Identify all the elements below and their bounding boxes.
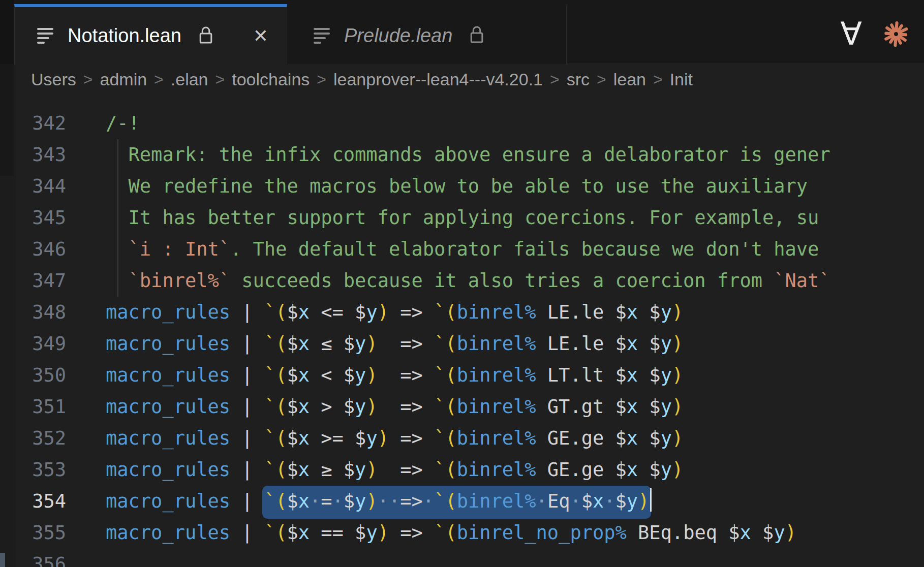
code-line-354[interactable]: 354macro_rules | `($x·=·$y)··=>·`(binrel…: [14, 486, 924, 517]
code-line-355[interactable]: 355macro_rules | `($x == $y) => `(binrel…: [14, 517, 924, 549]
code-line-content: We redefine the macros below to be able …: [106, 171, 819, 202]
token: y: [661, 396, 672, 418]
code-line-content: `i : Int`. The default elaborator fails …: [106, 234, 819, 265]
code-line-353[interactable]: 353macro_rules | `($x ≥ $y) => `(binrel%…: [14, 454, 924, 486]
line-number[interactable]: 354: [14, 486, 66, 517]
tab-strip: Notation.lean ✕ Prelude.lean ∀: [14, 0, 924, 64]
code-line-content: macro_rules | `($x == $y) => `(binrel_no…: [106, 517, 796, 549]
line-number[interactable]: 345: [14, 202, 66, 234]
token: $: [355, 427, 366, 449]
token: ≤: [310, 333, 344, 355]
token: macro_rules: [106, 490, 230, 512]
line-number[interactable]: 352: [14, 423, 66, 454]
code-line-347[interactable]: 347 `binrel%` succeeds because it also t…: [14, 265, 924, 297]
token: LE.le: [536, 333, 615, 355]
token: x: [627, 396, 638, 418]
token: y: [355, 333, 366, 355]
token: macro_rules: [106, 333, 230, 355]
line-number[interactable]: 347: [14, 265, 66, 297]
token: It has better support for applying coerc…: [106, 207, 819, 229]
code-line-345[interactable]: 345 It has better support for applying c…: [14, 202, 924, 234]
close-icon[interactable]: ✕: [253, 27, 268, 45]
line-number[interactable]: 356: [14, 549, 66, 567]
code-line-344[interactable]: 344 We redefine the macros below to be a…: [14, 171, 924, 202]
token: ·: [423, 490, 434, 512]
code-line-343[interactable]: 343 Remark: the infix commands above ens…: [14, 139, 924, 171]
breadcrumb-item[interactable]: Users: [31, 70, 76, 89]
breadcrumb-item[interactable]: Init: [670, 70, 693, 89]
token: `(: [264, 396, 287, 418]
text-cursor: [650, 488, 652, 512]
line-number[interactable]: 344: [14, 171, 66, 202]
token: x: [298, 396, 310, 418]
breadcrumb-item[interactable]: leanprover--lean4---v4.20.1: [333, 70, 543, 89]
code-line-356[interactable]: 356: [14, 549, 924, 567]
token: ·: [310, 490, 321, 512]
tab-notation-lean[interactable]: Notation.lean ✕: [14, 4, 287, 65]
chevron-right-icon: >: [317, 70, 326, 89]
token: ): [785, 522, 796, 544]
token: GE.ge: [536, 427, 615, 449]
token: ·: [570, 490, 581, 512]
token: `(: [434, 522, 457, 544]
code-line-content: /-!: [106, 108, 140, 139]
token: x: [298, 364, 310, 386]
token: `(: [434, 333, 457, 355]
token: |: [230, 459, 264, 481]
tab-prelude-lean[interactable]: Prelude.lean: [287, 4, 567, 64]
code-line-content: macro_rules | `($x > $y) => `(binrel% GT…: [106, 391, 683, 423]
token: `(: [264, 490, 287, 512]
line-number[interactable]: 343: [14, 139, 66, 171]
breadcrumb-item[interactable]: lean: [613, 70, 646, 89]
code-line-content: macro_rules | `($x ≤ $y) => `(binrel% LE…: [106, 328, 683, 360]
code-line-351[interactable]: 351macro_rules | `($x > $y) => `(binrel%…: [14, 391, 924, 423]
breadcrumb-item[interactable]: src: [567, 70, 590, 89]
token: ≥: [310, 459, 344, 481]
token: $: [344, 333, 355, 355]
token: `i : Int`: [129, 238, 230, 260]
line-number[interactable]: 355: [14, 517, 66, 549]
code-line-346[interactable]: 346 `i : Int`. The default elaborator fa…: [14, 234, 924, 265]
token: =>: [389, 522, 434, 544]
forall-icon[interactable]: ∀: [841, 18, 862, 50]
line-number[interactable]: 353: [14, 454, 66, 486]
code-lines: 342/-!343 Remark: the infix commands abo…: [14, 94, 924, 567]
breadcrumb-item[interactable]: admin: [100, 70, 147, 89]
lock-icon: [468, 24, 486, 47]
token: >=: [310, 427, 355, 449]
line-number[interactable]: 349: [14, 328, 66, 360]
line-number[interactable]: 350: [14, 360, 66, 391]
code-line-348[interactable]: 348macro_rules | `($x <= $y) => `(binrel…: [14, 297, 924, 328]
token: y: [366, 427, 377, 449]
code-editor[interactable]: 342/-!343 Remark: the infix commands abo…: [14, 94, 924, 567]
token: |: [230, 490, 264, 512]
token: binrel%: [457, 396, 536, 418]
token: y: [366, 522, 377, 544]
token: y: [355, 364, 366, 386]
token: $: [355, 301, 366, 323]
token: [638, 427, 649, 449]
line-number[interactable]: 348: [14, 297, 66, 328]
token: binrel_no_prop%: [457, 522, 627, 544]
line-number[interactable]: 342: [14, 108, 66, 139]
line-number[interactable]: 351: [14, 391, 66, 423]
code-line-350[interactable]: 350macro_rules | `($x < $y) => `(binrel%…: [14, 360, 924, 391]
token: y: [661, 301, 672, 323]
token: $: [287, 396, 298, 418]
chevron-right-icon: >: [550, 70, 560, 89]
token: `(: [434, 459, 457, 481]
breadcrumb-item[interactable]: toolchains: [232, 70, 310, 89]
code-line-349[interactable]: 349macro_rules | `($x ≤ $y) => `(binrel%…: [14, 328, 924, 360]
starburst-icon[interactable]: [881, 19, 911, 49]
token: $: [287, 333, 298, 355]
token: [638, 364, 649, 386]
code-line-content: macro_rules | `($x >= $y) => `(binrel% G…: [106, 423, 683, 454]
code-line-342[interactable]: 342/-!: [14, 108, 924, 139]
token: $: [581, 490, 593, 512]
code-line-352[interactable]: 352macro_rules | `($x >= $y) => `(binrel…: [14, 423, 924, 454]
chevron-right-icon: >: [83, 70, 93, 89]
line-number[interactable]: 346: [14, 234, 66, 265]
token: y: [661, 364, 672, 386]
breadcrumb-item[interactable]: .elan: [171, 70, 208, 89]
editor-actions: ∀: [841, 4, 924, 64]
